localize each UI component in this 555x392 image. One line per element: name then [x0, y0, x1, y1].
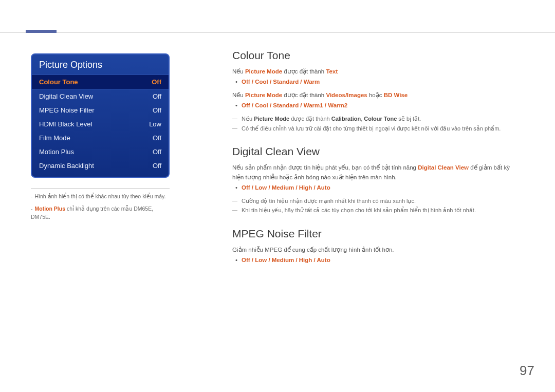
section-title: MPEG Noise Filter: [232, 228, 520, 240]
menu-title: Picture Options: [32, 54, 169, 74]
menu-row-value: Off: [153, 106, 161, 114]
caption-divider: [31, 188, 170, 189]
note: Cường độ tín hiệu nhận được mạnh nhất kh…: [232, 196, 520, 206]
option-item: Off / Cool / Standard / Warm: [232, 77, 520, 87]
manual-page: Picture Options Colour Tone Off Digital …: [0, 0, 555, 392]
options-list: Off / Low / Medium / High / Auto: [232, 183, 520, 193]
menu-row-dynamic-backlight[interactable]: Dynamic Backlight Off: [32, 159, 169, 173]
top-rule: [0, 32, 555, 32]
section-digital-clean-view: Digital Clean View Nếu sản phẩm nhận đượ…: [232, 145, 520, 215]
menu-row-value: Off: [153, 162, 161, 170]
menu-row-hdmi-black-level[interactable]: HDMI Black Level Low: [32, 117, 169, 131]
menu-row-value: Off: [152, 78, 161, 86]
option-item: Off / Cool / Standard / Warm1 / Warm2: [232, 101, 520, 111]
options-list: Off / Low / Medium / High / Auto: [232, 255, 520, 266]
menu-row-film-mode[interactable]: Film Mode Off: [32, 131, 169, 145]
option-item: Off / Low / Medium / High / Auto: [232, 183, 520, 193]
menu-row-value: Off: [153, 134, 161, 142]
option-item: Off / Low / Medium / High / Auto: [232, 255, 520, 266]
right-column: Colour Tone Nếu Picture Mode được đặt th…: [232, 49, 520, 278]
section-colour-tone: Colour Tone Nếu Picture Mode được đặt th…: [232, 49, 520, 133]
menu-row-label: HDMI Black Level: [39, 120, 92, 128]
accent-bar: [26, 30, 57, 33]
caption-2: -Motion Plus chỉ khả dụng trên các mẫu D…: [31, 205, 170, 221]
menu-row-digital-clean-view[interactable]: Digital Clean View Off: [32, 89, 169, 103]
menu-row-colour-tone[interactable]: Colour Tone Off: [32, 74, 169, 89]
menu-row-label: MPEG Noise Filter: [39, 106, 95, 114]
menu-row-label: Motion Plus: [39, 148, 74, 156]
para: Giảm nhiễu MPEG để cung cấp chất lượng h…: [232, 245, 520, 254]
menu-row-motion-plus[interactable]: Motion Plus Off: [32, 145, 169, 159]
page-number: 97: [520, 363, 534, 379]
menu-row-label: Digital Clean View: [39, 92, 93, 100]
section-title: Colour Tone: [232, 49, 520, 62]
note: Khi tín hiệu yếu, hãy thử tất cả các tùy…: [232, 206, 520, 215]
para: Nếu Picture Mode được đặt thành Text: [232, 67, 520, 76]
section-mpeg-noise-filter: MPEG Noise Filter Giảm nhiễu MPEG để cun…: [232, 228, 520, 266]
options-list: Off / Cool / Standard / Warm: [232, 77, 520, 87]
left-column: Picture Options Colour Tone Off Digital …: [31, 53, 170, 221]
para: Nếu Picture Mode được đặt thành Videos/I…: [232, 90, 520, 100]
note: Nếu Picture Mode được đặt thành Calibrat…: [232, 114, 520, 124]
menu-row-value: Off: [153, 92, 161, 100]
menu-row-value: Low: [149, 120, 161, 128]
para: Nếu sản phẩm nhận được tín hiệu phát yếu…: [232, 163, 520, 182]
caption-1: -Hình ảnh hiển thị có thể khác nhau tùy …: [31, 193, 170, 201]
menu-row-label: Dynamic Backlight: [39, 162, 94, 170]
menu-row-label: Film Mode: [39, 134, 70, 142]
menu-row-value: Off: [153, 148, 161, 156]
section-title: Digital Clean View: [232, 145, 520, 158]
options-list: Off / Cool / Standard / Warm1 / Warm2: [232, 101, 520, 111]
picture-options-menu: Picture Options Colour Tone Off Digital …: [31, 53, 170, 178]
menu-row-mpeg-noise-filter[interactable]: MPEG Noise Filter Off: [32, 103, 169, 117]
note: Có thể điều chỉnh và lưu trữ cài đặt cho…: [232, 124, 520, 134]
menu-row-label: Colour Tone: [39, 78, 78, 86]
